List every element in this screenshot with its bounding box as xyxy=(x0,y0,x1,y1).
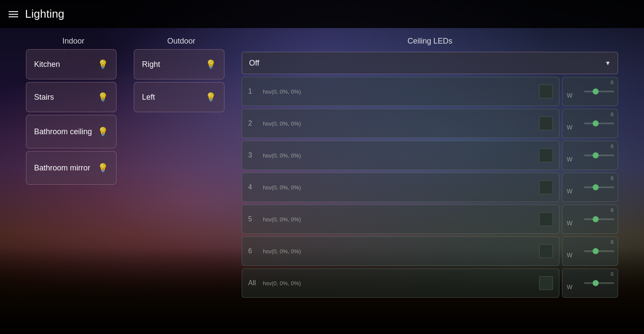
led-3-white-control[interactable]: 0 W xyxy=(562,141,618,170)
led-2-w-value: 0 xyxy=(611,112,613,117)
led-2-control[interactable]: 2 hsv(0, 0%, 0%) xyxy=(242,109,559,138)
led-2-slider-track[interactable] xyxy=(584,123,614,124)
led-1-slider-container xyxy=(566,79,614,104)
led-row-5: 5 hsv(0, 0%, 0%) 0 W xyxy=(242,205,618,234)
led-6-slider-container xyxy=(566,239,614,264)
led-3-w-label: W xyxy=(567,156,572,163)
stairs-button[interactable]: Stairs 💡 xyxy=(26,82,117,112)
led-5-slider-container xyxy=(566,207,614,232)
indoor-section: Indoor Kitchen 💡 Stairs 💡 Bathroom ceili… xyxy=(26,37,121,298)
kitchen-button[interactable]: Kitchen 💡 xyxy=(26,49,117,79)
menu-button[interactable] xyxy=(9,11,18,17)
led-4-hsv: hsv(0, 0%, 0%) xyxy=(263,184,533,191)
led-2-slider-container xyxy=(566,111,614,136)
led-5-w-label: W xyxy=(567,220,572,227)
led-2-number: 2 xyxy=(248,120,257,127)
led-1-control[interactable]: 1 hsv(0, 0%, 0%) xyxy=(242,77,559,106)
led-5-slider-thumb xyxy=(593,216,599,222)
led-3-hsv: hsv(0, 0%, 0%) xyxy=(263,152,533,159)
left-label: Left xyxy=(142,93,155,102)
led-row-3: 3 hsv(0, 0%, 0%) 0 W xyxy=(242,141,618,170)
led-all-slider-track[interactable] xyxy=(584,282,614,284)
bathroom-mirror-label: Bathroom mirror xyxy=(34,164,90,173)
led-5-number: 5 xyxy=(248,215,257,223)
led-3-number: 3 xyxy=(248,151,257,159)
topbar: Lighting xyxy=(0,0,644,28)
led-all-slider-thumb xyxy=(593,280,599,286)
led-3-slider-track[interactable] xyxy=(584,154,614,156)
led-row-all: All hsv(0, 0%, 0%) 0 W xyxy=(242,268,618,298)
led-6-number: 6 xyxy=(248,247,257,255)
led-3-slider-thumb xyxy=(593,152,599,158)
led-4-w-value: 0 xyxy=(611,176,613,181)
led-6-white-control[interactable]: 0 W xyxy=(562,236,618,266)
led-4-slider-track[interactable] xyxy=(584,186,614,188)
led-2-color-box[interactable] xyxy=(539,117,553,130)
led-5-white-control[interactable]: 0 W xyxy=(562,205,618,234)
bathroom-ceiling-button[interactable]: Bathroom ceiling 💡 xyxy=(26,115,117,148)
led-6-slider-thumb xyxy=(593,248,599,254)
led-all-control[interactable]: All hsv(0, 0%, 0%) xyxy=(242,268,559,298)
ceiling-dropdown[interactable]: Off ▼ xyxy=(242,52,618,74)
led-5-color-box[interactable] xyxy=(539,212,553,226)
main-content: Indoor Kitchen 💡 Stairs 💡 Bathroom ceili… xyxy=(0,28,644,306)
led-6-w-label: W xyxy=(567,252,572,258)
led-all-white-control[interactable]: 0 W xyxy=(562,268,618,298)
led-all-color-box[interactable] xyxy=(539,276,553,290)
led-1-w-label: W xyxy=(567,92,572,99)
led-3-color-box[interactable] xyxy=(539,148,553,162)
led-2-slider-thumb xyxy=(593,120,599,126)
led-6-slider-track[interactable] xyxy=(584,250,614,252)
led-1-hsv: hsv(0, 0%, 0%) xyxy=(263,88,533,95)
kitchen-label: Kitchen xyxy=(34,60,60,69)
indoor-title: Indoor xyxy=(26,37,121,46)
bathroom-mirror-bulb-icon: 💡 xyxy=(98,163,108,173)
led-4-slider-container xyxy=(566,175,614,200)
stairs-label: Stairs xyxy=(34,93,54,102)
outdoor-section: Outdoor Right 💡 Left 💡 xyxy=(134,37,229,298)
right-button[interactable]: Right 💡 xyxy=(134,49,224,79)
led-3-slider-container xyxy=(566,143,614,168)
led-5-slider-track[interactable] xyxy=(584,218,614,220)
led-1-w-value: 0 xyxy=(611,80,613,85)
led-6-w-value: 0 xyxy=(611,239,613,245)
led-6-color-box[interactable] xyxy=(539,244,553,258)
led-all-w-value: 0 xyxy=(611,271,613,277)
led-5-control[interactable]: 5 hsv(0, 0%, 0%) xyxy=(242,205,559,234)
led-1-number: 1 xyxy=(248,88,257,95)
led-all-w-label: W xyxy=(567,284,572,290)
bathroom-mirror-button[interactable]: Bathroom mirror 💡 xyxy=(26,151,117,185)
ceiling-title: Ceiling LEDs xyxy=(242,37,618,46)
led-2-hsv: hsv(0, 0%, 0%) xyxy=(263,120,533,127)
led-4-white-control[interactable]: 0 W xyxy=(562,173,618,202)
led-1-color-box[interactable] xyxy=(539,85,553,98)
led-row-1: 1 hsv(0, 0%, 0%) 0 W xyxy=(242,77,618,106)
ceiling-dropdown-value: Off xyxy=(249,59,259,68)
led-4-number: 4 xyxy=(248,183,257,191)
led-4-slider-thumb xyxy=(593,184,599,190)
kitchen-bulb-icon: 💡 xyxy=(98,59,108,69)
stairs-bulb-icon: 💡 xyxy=(98,92,108,102)
led-all-hsv: hsv(0, 0%, 0%) xyxy=(263,280,533,287)
led-row-6: 6 hsv(0, 0%, 0%) 0 W xyxy=(242,236,618,266)
led-2-white-control[interactable]: 0 W xyxy=(562,109,618,138)
outdoor-title: Outdoor xyxy=(134,37,229,46)
led-6-hsv: hsv(0, 0%, 0%) xyxy=(263,248,533,255)
left-bulb-icon: 💡 xyxy=(205,92,216,102)
bathroom-ceiling-label: Bathroom ceiling xyxy=(34,127,92,136)
led-row-4: 4 hsv(0, 0%, 0%) 0 W xyxy=(242,173,618,202)
led-6-control[interactable]: 6 hsv(0, 0%, 0%) xyxy=(242,236,559,266)
led-4-w-label: W xyxy=(567,188,572,195)
led-3-control[interactable]: 3 hsv(0, 0%, 0%) xyxy=(242,141,559,170)
led-4-control[interactable]: 4 hsv(0, 0%, 0%) xyxy=(242,173,559,202)
led-5-w-value: 0 xyxy=(611,208,613,213)
led-4-color-box[interactable] xyxy=(539,180,553,194)
left-button[interactable]: Left 💡 xyxy=(134,82,224,112)
led-row-2: 2 hsv(0, 0%, 0%) 0 W xyxy=(242,109,618,138)
ceiling-section: Ceiling LEDs Off ▼ 1 hsv(0, 0%, 0%) 0 W xyxy=(242,37,618,298)
led-all-slider-container xyxy=(566,271,614,296)
led-1-slider-track[interactable] xyxy=(584,91,614,92)
led-1-white-control[interactable]: 0 W xyxy=(562,77,618,106)
dropdown-arrow-icon: ▼ xyxy=(605,60,611,66)
led-all-label: All xyxy=(248,279,257,287)
